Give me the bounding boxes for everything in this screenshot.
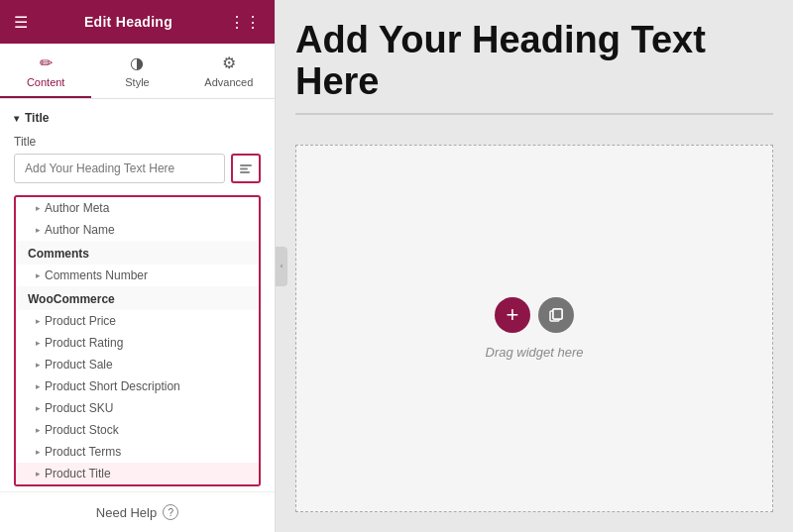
tab-advanced-label: Advanced: [204, 76, 253, 88]
drag-label: Drag widget here: [486, 345, 584, 360]
panel-tabs: ✏ Content ◑ Style ⚙ Advanced: [0, 44, 275, 99]
dropdown-item-product-sku[interactable]: Product SKU: [16, 397, 259, 419]
tab-advanced[interactable]: ⚙ Advanced: [183, 44, 275, 98]
left-panel: ☰ Edit Heading ⋮⋮ ✏ Content ◑ Style ⚙ Ad…: [0, 0, 276, 532]
panel-footer[interactable]: Need Help ?: [0, 491, 275, 532]
svg-rect-2: [240, 171, 250, 173]
tab-style[interactable]: ◑ Style: [91, 44, 182, 98]
dropdown-item-author-meta[interactable]: Author Meta: [16, 197, 259, 219]
dropdown-item-product-sale[interactable]: Product Sale: [16, 354, 259, 375]
svg-rect-1: [240, 168, 248, 170]
right-panel: Add Your Heading Text Here + Drag widget…: [276, 0, 793, 532]
tab-style-label: Style: [125, 76, 149, 88]
panel-header: ☰ Edit Heading ⋮⋮: [0, 0, 275, 44]
dropdown-item-product-stock[interactable]: Product Stock: [16, 419, 259, 441]
dynamic-tags-dropdown: Author Meta Author Name Comments Comment…: [14, 195, 261, 486]
dropdown-item-product-rating[interactable]: Product Rating: [16, 332, 259, 354]
collapse-handle[interactable]: ‹: [276, 247, 287, 286]
tab-content[interactable]: ✏ Content: [0, 44, 91, 98]
dropdown-item-product-terms[interactable]: Product Terms: [16, 441, 259, 463]
title-field-label: Title: [14, 135, 261, 149]
hamburger-icon[interactable]: ☰: [14, 13, 28, 32]
widget-copy-button[interactable]: [538, 297, 574, 333]
svg-rect-5: [553, 309, 562, 319]
widget-add-button[interactable]: +: [495, 297, 530, 333]
dropdown-category-woocommerce: WooCommerce: [16, 286, 259, 310]
need-help-label: Need Help: [96, 505, 157, 520]
grid-icon[interactable]: ⋮⋮: [229, 13, 261, 32]
dynamic-tags-button[interactable]: [231, 154, 261, 183]
style-icon: ◑: [130, 53, 144, 72]
help-icon[interactable]: ?: [163, 504, 178, 520]
panel-title: Edit Heading: [84, 14, 172, 30]
dropdown-item-product-price[interactable]: Product Price: [16, 310, 259, 332]
advanced-icon: ⚙: [222, 53, 236, 72]
title-field-row: Title: [14, 135, 261, 183]
panel-body: Title Title Author Meta Author Name: [0, 99, 275, 491]
title-input-row: [14, 154, 261, 183]
dropdown-item-product-title[interactable]: Product Title: [16, 463, 259, 484]
widget-drop-area: + Drag widget here: [295, 145, 773, 512]
svg-rect-0: [240, 164, 252, 166]
dropdown-item-product-short-desc[interactable]: Product Short Description: [16, 375, 259, 397]
content-icon: ✏: [40, 53, 53, 72]
dropdown-item-author-name[interactable]: Author Name: [16, 219, 259, 241]
title-input[interactable]: [14, 154, 225, 183]
section-title: Title: [14, 111, 261, 125]
dropdown-item-comments-number[interactable]: Comments Number: [16, 265, 259, 286]
heading-preview: Add Your Heading Text Here: [295, 20, 773, 115]
tab-content-label: Content: [27, 76, 65, 88]
dropdown-category-comments: Comments: [16, 241, 259, 265]
widget-actions: +: [495, 297, 574, 333]
